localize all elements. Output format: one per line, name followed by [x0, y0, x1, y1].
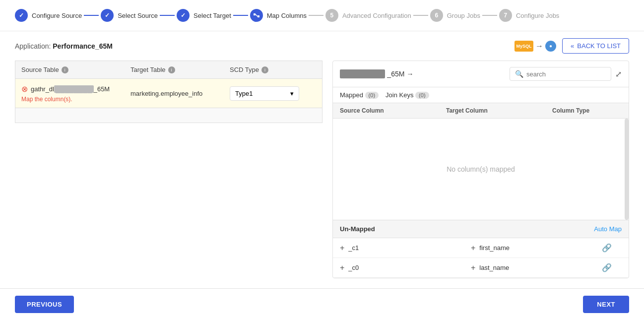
- source-table-header: Source Table i: [21, 66, 130, 73]
- previous-button[interactable]: PREVIOUS: [15, 296, 74, 313]
- unmapped-target-col-1: + last_name: [471, 263, 602, 272]
- step-label-4: Map Columns: [267, 12, 307, 19]
- table-row: ⊗ gathr_dl████████_65M Map the column(s)…: [15, 78, 322, 108]
- target-table-header: Target Table i: [130, 66, 230, 73]
- step-label-5: Advanced Configuration: [342, 12, 411, 19]
- top-bar: Application: Performance_65M MySQL → ● «…: [0, 31, 644, 61]
- error-circle-icon: ⊗: [21, 84, 28, 94]
- step-circle-5: 5: [325, 9, 338, 22]
- right-panel: ████████ _65M → 🔍 ⤢ Mapped (0): [332, 61, 629, 278]
- right-arrow-icon: →: [406, 70, 413, 78]
- target-col-name-0: first_name: [479, 244, 510, 252]
- bottom-bar: PREVIOUS NEXT: [0, 288, 644, 320]
- map-error-message: Map the column(s).: [21, 96, 130, 103]
- target-column-header: Target Column: [446, 107, 552, 114]
- scd-type-value: Type1: [235, 90, 253, 97]
- link-icon-1[interactable]: 🔗: [602, 263, 622, 272]
- connector-5-6: [413, 15, 428, 16]
- add-target-icon-0[interactable]: +: [471, 244, 475, 253]
- target-table-info-icon[interactable]: i: [168, 66, 175, 73]
- unmapped-label: Un-Mapped: [340, 225, 375, 233]
- link-icon-0[interactable]: 🔗: [602, 243, 622, 253]
- source-name-text: gathr_dl████████_65M: [31, 85, 110, 93]
- target-db-icon: ●: [545, 41, 556, 52]
- source-column-header: Source Column: [340, 107, 446, 114]
- scroll-area[interactable]: [15, 108, 322, 123]
- step-label-1: Configure Source: [32, 12, 82, 19]
- right-scrollable: No column(s) mapped: [333, 119, 629, 220]
- step-circle-1: ✓: [15, 9, 28, 22]
- auto-map-button[interactable]: Auto Map: [594, 225, 622, 233]
- search-icon: 🔍: [515, 70, 523, 78]
- unmapped-source-col-1: + _c0: [340, 263, 471, 272]
- step-circle-7: 7: [499, 9, 512, 22]
- app-label: Application: Performance_65M: [15, 42, 113, 50]
- right-panel-header: ████████ _65M → 🔍 ⤢: [333, 61, 629, 87]
- join-keys-tab[interactable]: Join Keys (0): [386, 91, 429, 99]
- step-label-7: Configure Jobs: [516, 12, 559, 19]
- scrollbar[interactable]: [625, 119, 629, 220]
- connector-2-3: [160, 15, 175, 16]
- chevron-down-icon: ▾: [290, 90, 294, 97]
- connector-1-2: [84, 15, 99, 16]
- left-panel: Source Table i Target Table i SCD Type i…: [15, 61, 322, 278]
- step-select-target[interactable]: ✓ Select Target: [177, 9, 231, 22]
- right-header-actions: 🔍 ⤢: [510, 67, 622, 81]
- svg-rect-0: [254, 13, 256, 15]
- scd-type-header: SCD Type i: [230, 66, 309, 73]
- main-container: ✓ Configure Source ✓ Select Source ✓ Sel…: [0, 0, 644, 320]
- no-mapped-message: No column(s) mapped: [333, 119, 629, 220]
- step-select-source[interactable]: ✓ Select Source: [101, 9, 158, 22]
- scd-type-info-icon[interactable]: i: [261, 66, 268, 73]
- step-group-jobs[interactable]: 6 Group Jobs: [430, 9, 480, 22]
- scd-type-dropdown[interactable]: Type1 ▾: [230, 86, 299, 101]
- source-table-info-icon[interactable]: i: [62, 66, 68, 73]
- expand-icon[interactable]: ⤢: [615, 69, 622, 79]
- source-blurred-label: ████████: [340, 69, 385, 78]
- step-circle-3: ✓: [177, 9, 190, 22]
- db-icons: MySQL → ●: [515, 41, 556, 52]
- target-table-label: Target Table: [130, 66, 166, 73]
- step-circle-2: ✓: [101, 9, 114, 22]
- unmapped-source-col-0: + _c1: [340, 244, 471, 253]
- back-icon: «: [571, 42, 574, 50]
- source-col-name-1: _c0: [348, 264, 359, 271]
- unmapped-row-0: + _c1 + first_name 🔗: [333, 238, 629, 258]
- back-to-list-button[interactable]: « BACK TO LIST: [562, 38, 629, 54]
- search-input[interactable]: [526, 70, 606, 78]
- add-source-icon-0[interactable]: +: [340, 244, 344, 253]
- svg-line-2: [256, 14, 258, 16]
- search-box[interactable]: 🔍: [510, 67, 611, 81]
- join-keys-count-badge: (0): [415, 92, 429, 99]
- mysql-icon: MySQL: [515, 41, 533, 52]
- add-source-icon-1[interactable]: +: [340, 263, 344, 272]
- table-header: Source Table i Target Table i SCD Type i: [15, 61, 322, 78]
- content-area: Source Table i Target Table i SCD Type i…: [0, 61, 644, 288]
- source-cell: ⊗ gathr_dl████████_65M Map the column(s)…: [21, 84, 130, 103]
- mapped-bar: Mapped (0) Join Keys (0): [333, 87, 629, 103]
- target-col-name-1: last_name: [479, 264, 509, 271]
- add-target-icon-1[interactable]: +: [471, 263, 475, 272]
- source-name: ⊗ gathr_dl████████_65M: [21, 84, 130, 94]
- step-configure-source[interactable]: ✓ Configure Source: [15, 9, 82, 22]
- unmapped-header: Un-Mapped Auto Map: [333, 220, 629, 238]
- step-circle-6: 6: [430, 9, 443, 22]
- mapped-tab[interactable]: Mapped (0): [340, 91, 379, 99]
- right-panel-title: ████████ _65M →: [340, 69, 413, 78]
- step-advanced-configuration[interactable]: 5 Advanced Configuration: [325, 9, 411, 22]
- connector-4-5: [309, 15, 323, 16]
- step-configure-jobs[interactable]: 7 Configure Jobs: [499, 9, 559, 22]
- connector-3-4: [233, 15, 248, 16]
- column-headers: Source Column Target Column Column Type: [333, 103, 629, 119]
- top-bar-right: MySQL → ● « BACK TO LIST: [515, 38, 629, 54]
- unmapped-section: Un-Mapped Auto Map + _c1 + first_name 🔗: [333, 220, 629, 278]
- unmapped-row-1: + _c0 + last_name 🔗: [333, 258, 629, 278]
- db-arrow-icon: →: [535, 42, 543, 51]
- step-map-columns[interactable]: Map Columns: [250, 9, 307, 22]
- source-suffix: _65M: [387, 70, 404, 78]
- step-circle-4: [250, 9, 263, 22]
- next-button[interactable]: NEXT: [583, 296, 629, 313]
- column-type-header: Column Type: [552, 107, 622, 114]
- app-name: Performance_65M: [53, 42, 113, 50]
- connector-6-7: [482, 15, 497, 16]
